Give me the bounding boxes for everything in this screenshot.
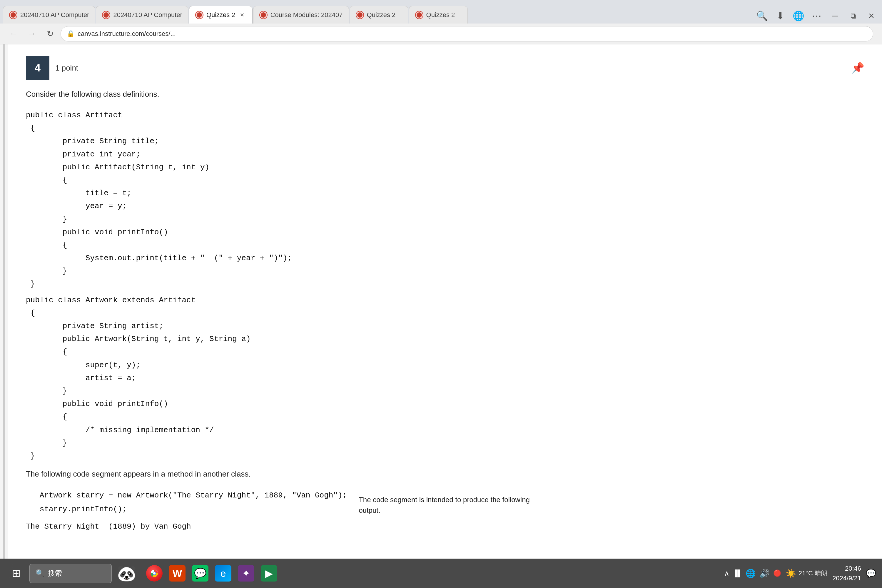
battery-icon: 🔴 [773, 570, 781, 577]
artwork-code-block: public class Artwork extends Artifact { … [26, 294, 864, 462]
taskbar-apps: W 💬 e ✦ ▶ [144, 563, 279, 584]
chrome-icon [146, 565, 163, 582]
back-button[interactable]: ← [6, 26, 21, 42]
toolbar: ← → ↻ 🔒 canvas.instructure.com/courses/.… [0, 24, 882, 44]
system-tray-icons: ∧ ▐▌ 🌐 🔊 🔴 [724, 568, 781, 578]
output-text: The Starry Night (1889) by Van Gogh [26, 522, 864, 531]
taskbar-chat-app[interactable]: 💬 [190, 563, 210, 584]
tab3-close-button[interactable]: ✕ [238, 11, 246, 19]
tab2-favicon [102, 11, 110, 19]
tab-4[interactable]: Course Modules: 202407 [253, 6, 349, 24]
search-browser-button[interactable]: 🔍 [754, 8, 770, 24]
svg-point-2 [153, 572, 156, 574]
taskbar-purple-app[interactable]: ✦ [236, 563, 256, 584]
code-segment-line1: Artwork starry = new Artwork("The Starry… [26, 489, 347, 502]
notification-bell-icon[interactable]: 💬 [866, 568, 876, 578]
translate-button[interactable]: 🌐 [791, 8, 806, 24]
code-segment-block: Artwork starry = new Artwork("The Starry… [26, 489, 347, 516]
taskbar-edge-app[interactable]: e [213, 563, 233, 584]
tab-bar-controls: 🔍 ⬇ 🌐 ⋯ ─ ⧉ ✕ [754, 8, 879, 24]
globe-icon[interactable]: 🌐 [746, 568, 756, 578]
word-icon: W [169, 565, 186, 582]
search-icon: 🔍 [36, 569, 44, 578]
download-button[interactable]: ⬇ [772, 8, 788, 24]
tab6-favicon [415, 11, 423, 19]
question-points: 1 point [55, 63, 78, 73]
terminal-icon: ▶ [261, 565, 277, 582]
more-button[interactable]: ⋯ [809, 8, 824, 24]
address-text: canvas.instructure.com/courses/... [78, 30, 176, 38]
note-text: The code segment is intended to produce … [358, 489, 535, 516]
tab-3[interactable]: Quizzes 2 ✕ [189, 6, 252, 24]
purple-icon: ✦ [238, 565, 254, 582]
question-header: 4 1 point 📌 [26, 56, 864, 80]
taskbar-clock[interactable]: 20:46 2024/9/21 [832, 564, 861, 583]
main-content: 4 1 point 📌 Consider the following class… [8, 44, 882, 559]
tab4-favicon [259, 11, 267, 19]
code-and-note-container: Artwork starry = new Artwork("The Starry… [26, 489, 864, 516]
volume-icon[interactable]: 🔊 [759, 568, 770, 578]
question-intro-text: Consider the following class definitions… [26, 88, 864, 100]
segment-intro-text: The following code segment appears in a … [26, 468, 864, 480]
address-bar[interactable]: 🔒 canvas.instructure.com/courses/... [61, 26, 873, 42]
clock-date: 2024/9/21 [832, 573, 861, 583]
restore-button[interactable]: ⧉ [846, 8, 861, 24]
taskbar-green-app[interactable]: ▶ [259, 563, 279, 584]
question-number: 4 [26, 56, 50, 80]
close-button[interactable]: ✕ [864, 8, 879, 24]
forward-button[interactable]: → [24, 26, 39, 42]
tab3-label: Quizzes 2 [206, 11, 235, 19]
tab-1[interactable]: 20240710 AP Computer [3, 6, 95, 24]
taskbar-search-bar[interactable]: 🔍 搜索 [29, 564, 112, 583]
content-area: 4 1 point 📌 Consider the following class… [0, 44, 882, 559]
browser-chrome: 20240710 AP Computer 20240710 AP Compute… [0, 0, 882, 44]
search-label: 搜索 [48, 568, 62, 578]
tab2-label: 20240710 AP Computer [113, 11, 182, 19]
tray-up-icon[interactable]: ∧ [724, 569, 729, 578]
chat-icon: 💬 [192, 565, 208, 582]
taskbar-right: ∧ ▐▌ 🌐 🔊 🔴 ☀️ 21°C 晴朗 20:46 2024/9/21 💬 [724, 564, 876, 583]
start-icon: ⊞ [12, 567, 21, 579]
taskbar-word-app[interactable]: W [167, 563, 188, 584]
taskbar-chrome-app[interactable] [144, 563, 165, 584]
pin-icon[interactable]: 📌 [851, 62, 864, 74]
edge-icon: e [215, 565, 231, 582]
left-sidebar [0, 44, 8, 559]
taskbar-weather[interactable]: ☀️ 21°C 晴朗 [786, 568, 828, 578]
tab1-label: 20240710 AP Computer [20, 11, 89, 19]
artifact-code-block: public class Artifact { private String t… [26, 109, 864, 291]
weather-icon: ☀️ [786, 568, 796, 578]
tab-bar: 20240710 AP Computer 20240710 AP Compute… [0, 0, 882, 24]
lock-icon: 🔒 [67, 30, 75, 38]
tab5-label: Quizzes 2 [367, 11, 396, 19]
tab6-label: Quizzes 2 [426, 11, 455, 19]
panda-mascot[interactable]: 🐼 [115, 561, 138, 585]
tab-6[interactable]: Quizzes 2 [409, 6, 468, 24]
minimize-button[interactable]: ─ [827, 8, 843, 24]
tab1-favicon [9, 11, 17, 19]
weather-temp-label: 21°C 晴朗 [798, 569, 828, 578]
tab5-favicon [356, 11, 364, 19]
tab3-favicon [195, 11, 204, 19]
taskbar: ⊞ 🔍 搜索 🐼 W 💬 [0, 559, 882, 588]
network-speed-icon: ▐▌ [733, 570, 742, 577]
reload-button[interactable]: ↻ [42, 26, 58, 42]
start-button[interactable]: ⊞ [6, 563, 27, 584]
tab-2[interactable]: 20240710 AP Computer [96, 6, 188, 24]
code-segment-line2: starry.printInfo(); [26, 502, 347, 516]
clock-time: 20:46 [832, 564, 861, 573]
tab4-label: Course Modules: 202407 [270, 11, 343, 19]
tab-5[interactable]: Quizzes 2 [350, 6, 408, 24]
